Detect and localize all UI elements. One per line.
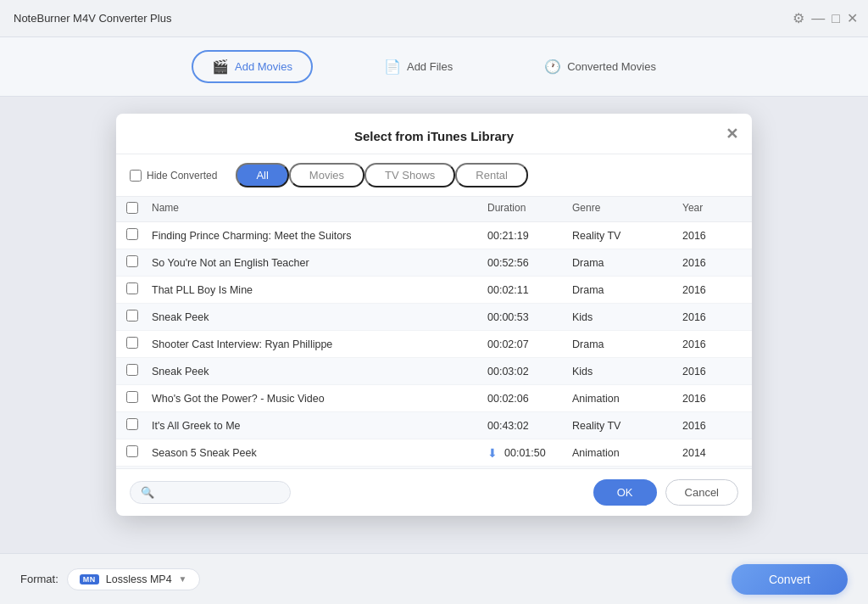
- row-genre: Kids: [572, 366, 682, 378]
- row-name: Sneak Peek: [152, 311, 487, 323]
- table-row[interactable]: Sneak Peek 00:00:53 Kids 2016: [116, 304, 752, 331]
- row-checkbox[interactable]: [126, 228, 138, 240]
- row-genre: Drama: [572, 338, 682, 350]
- download-icon: ⬇: [487, 446, 498, 460]
- table-row[interactable]: So You're Not an English Teacher 00:52:5…: [116, 249, 752, 277]
- row-genre: Reality TV: [572, 420, 682, 432]
- row-duration: 00:03:02: [487, 366, 572, 378]
- format-logo: MN: [80, 574, 99, 584]
- table-body: Finding Prince Charming: Meet the Suitor…: [116, 222, 752, 468]
- select-all-checkbox[interactable]: [126, 202, 138, 214]
- main-content: Select from iTunes Library ✕ Hide Conver…: [0, 97, 868, 553]
- row-genre: Reality TV: [572, 230, 682, 242]
- hide-converted-label[interactable]: Hide Converted: [130, 170, 217, 182]
- row-genre: Animation: [572, 393, 682, 405]
- row-genre: Drama: [572, 284, 682, 296]
- tab-all[interactable]: All: [236, 163, 288, 187]
- maximize-icon[interactable]: □: [832, 11, 840, 26]
- converted-movies-icon: 🕐: [544, 59, 561, 75]
- itunes-dialog: Select from iTunes Library ✕ Hide Conver…: [116, 114, 752, 516]
- converted-movies-button[interactable]: 🕐 Converted Movies: [524, 50, 676, 83]
- footer-buttons: OK Cancel: [593, 479, 738, 506]
- format-dropdown[interactable]: MN Lossless MP4 ▼: [67, 568, 200, 590]
- format-label: Format:: [20, 573, 58, 585]
- table-header: Name Duration Genre Year: [116, 197, 752, 222]
- row-name: Who's Got the Power? - Music Video: [152, 393, 487, 405]
- row-duration: 00:02:11: [487, 284, 572, 296]
- minimize-icon[interactable]: —: [811, 11, 825, 26]
- tab-movies[interactable]: Movies: [289, 163, 364, 187]
- row-duration: 00:02:07: [487, 338, 572, 350]
- row-genre: Drama: [572, 257, 682, 269]
- dialog-footer: 🔍 OK Cancel: [116, 468, 752, 516]
- add-files-label: Add Files: [407, 60, 453, 73]
- title-bar: NoteBurner M4V Converter Plus ⚙ — □ ✕: [0, 0, 868, 37]
- table-row[interactable]: Finding Prince Charming: Meet the Suitor…: [116, 222, 752, 249]
- row-checkbox[interactable]: [126, 282, 138, 294]
- table-row[interactable]: Sneak Peek 00:03:02 Kids 2016: [116, 358, 752, 385]
- row-duration: 00:43:02: [487, 420, 572, 432]
- format-value: Lossless MP4: [106, 573, 172, 585]
- dialog-header: Select from iTunes Library ✕: [116, 114, 752, 154]
- row-year: 2016: [682, 257, 742, 269]
- filter-bar: Hide Converted All Movies TV Shows Renta…: [116, 154, 752, 197]
- convert-button[interactable]: Convert: [732, 564, 848, 595]
- col-year: Year: [682, 202, 742, 216]
- row-year: 2016: [682, 366, 742, 378]
- row-checkbox[interactable]: [126, 445, 138, 457]
- row-duration: 00:52:56: [487, 257, 572, 269]
- toolbar: 🎬 Add Movies 📄 Add Files 🕐 Converted Mov…: [0, 37, 868, 97]
- cancel-button[interactable]: Cancel: [665, 479, 738, 506]
- tab-tv-shows[interactable]: TV Shows: [364, 163, 455, 187]
- row-checkbox[interactable]: [126, 310, 138, 322]
- add-files-icon: 📄: [384, 59, 401, 75]
- search-icon: 🔍: [141, 486, 154, 499]
- row-duration: 00:21:19: [487, 230, 572, 242]
- row-duration: 00:02:06: [487, 393, 572, 405]
- row-checkbox[interactable]: [126, 391, 138, 403]
- add-movies-label: Add Movies: [235, 60, 292, 73]
- row-name: That PLL Boy Is Mine: [152, 284, 487, 296]
- add-movies-button[interactable]: 🎬 Add Movies: [192, 50, 313, 83]
- dialog-close-button[interactable]: ✕: [726, 126, 738, 142]
- row-checkbox[interactable]: [126, 364, 138, 376]
- table-row[interactable]: Season 5 Sneak Peek ⬇ 00:01:50 Animation…: [116, 439, 752, 467]
- add-movies-icon: 🎬: [212, 59, 229, 75]
- tab-rental[interactable]: Rental: [455, 163, 528, 187]
- search-input[interactable]: [159, 487, 278, 499]
- hide-converted-checkbox[interactable]: [130, 170, 142, 182]
- row-year: 2016: [682, 311, 742, 323]
- row-name: Season 5 Sneak Peek: [152, 447, 487, 459]
- row-checkbox[interactable]: [126, 418, 138, 430]
- row-year: 2014: [682, 447, 742, 459]
- table-row[interactable]: Shooter Cast Interview: Ryan Phillippe 0…: [116, 331, 752, 358]
- row-name: Sneak Peek: [152, 366, 487, 378]
- row-year: 2016: [682, 284, 742, 296]
- app-title: NoteBurner M4V Converter Plus: [14, 12, 171, 25]
- table-row[interactable]: Wake Up the Devil ⬇ 00:46:10 Nonfiction …: [116, 467, 752, 468]
- row-checkbox[interactable]: [126, 337, 138, 349]
- col-name: Name: [152, 202, 487, 216]
- row-genre: Animation: [572, 447, 682, 459]
- row-name: So You're Not an English Teacher: [152, 257, 487, 269]
- row-genre: Kids: [572, 311, 682, 323]
- converted-movies-label: Converted Movies: [567, 60, 656, 73]
- row-year: 2016: [682, 338, 742, 350]
- table-row[interactable]: It's All Greek to Me 00:43:02 Reality TV…: [116, 412, 752, 439]
- close-icon[interactable]: ✕: [847, 10, 858, 26]
- dialog-title: Select from iTunes Library: [354, 129, 514, 143]
- ok-button[interactable]: OK: [593, 479, 657, 506]
- filter-tabs: All Movies TV Shows Rental: [236, 163, 527, 187]
- table-row[interactable]: That PLL Boy Is Mine 00:02:11 Drama 2016: [116, 277, 752, 304]
- row-checkbox[interactable]: [126, 255, 138, 267]
- settings-icon[interactable]: ⚙: [793, 10, 804, 26]
- chevron-down-icon: ▼: [179, 574, 187, 584]
- table-row[interactable]: Who's Got the Power? - Music Video 00:02…: [116, 385, 752, 412]
- add-files-button[interactable]: 📄 Add Files: [364, 50, 473, 83]
- col-duration: Duration: [487, 202, 572, 216]
- row-duration: 00:00:53: [487, 311, 572, 323]
- col-genre: Genre: [572, 202, 682, 216]
- row-name: Finding Prince Charming: Meet the Suitor…: [152, 230, 487, 242]
- row-year: 2016: [682, 230, 742, 242]
- bottom-bar: Format: MN Lossless MP4 ▼ Convert: [0, 553, 868, 604]
